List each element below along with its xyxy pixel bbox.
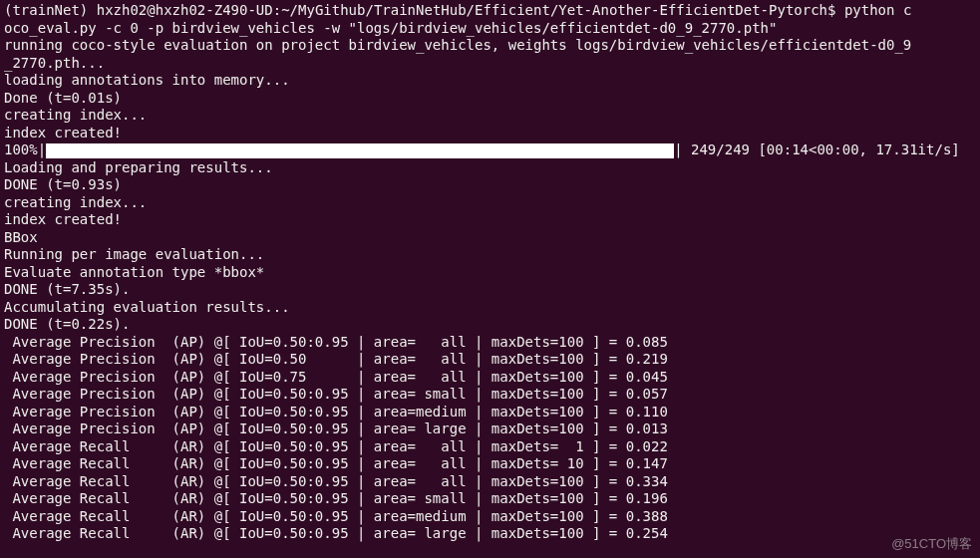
metric-line: Average Precision (AP) @[ IoU=0.50:0.95 … bbox=[4, 386, 976, 404]
cwd-path: :~/MyGithub/TrainNetHub/Efficient/Yet-An… bbox=[273, 2, 844, 18]
metric-line: Average Precision (AP) @[ IoU=0.50:0.95 … bbox=[4, 334, 976, 352]
output-line: DONE (t=0.93s) bbox=[4, 176, 976, 194]
metric-line: Average Precision (AP) @[ IoU=0.75 | are… bbox=[4, 369, 976, 387]
metric-line: Average Precision (AP) @[ IoU=0.50 | are… bbox=[4, 351, 976, 369]
watermark: @51CTO博客 bbox=[891, 536, 972, 552]
output-line: DONE (t=7.35s). bbox=[4, 281, 976, 299]
output-line: Evaluate annotation type *bbox* bbox=[4, 264, 976, 282]
output-line: DONE (t=0.22s). bbox=[4, 316, 976, 334]
metric-line: Average Recall (AR) @[ IoU=0.50:0.95 | a… bbox=[4, 490, 976, 508]
output-line: _2770.pth... bbox=[4, 55, 976, 73]
output-line: index created! bbox=[4, 125, 976, 142]
metric-line: Average Precision (AP) @[ IoU=0.50:0.95 … bbox=[4, 404, 976, 421]
user-host: hxzh02@hxzh02-Z490-UD bbox=[97, 2, 273, 18]
output-line: Running per image evaluation... bbox=[4, 246, 976, 264]
metric-line: Average Recall (AR) @[ IoU=0.50:0.95 | a… bbox=[4, 455, 976, 473]
prompt-line-1: (trainNet) hxzh02@hxzh02-Z490-UD:~/MyGit… bbox=[4, 2, 976, 20]
progress-prefix: 100%| bbox=[4, 141, 46, 157]
metric-line: Average Recall (AR) @[ IoU=0.50:0.95 | a… bbox=[4, 525, 976, 543]
progress-suffix: | 249/249 [00:14<00:00, 17.31it/s] bbox=[674, 141, 960, 157]
command-text-2: oco_eval.py -c 0 -p birdview_vehicles -w… bbox=[4, 20, 777, 36]
output-line: loading annotations into memory... bbox=[4, 72, 976, 90]
prompt-line-2: oco_eval.py -c 0 -p birdview_vehicles -w… bbox=[4, 20, 976, 38]
conda-env: (trainNet) bbox=[4, 2, 97, 18]
metric-line: Average Recall (AR) @[ IoU=0.50:0.95 | a… bbox=[4, 438, 976, 456]
output-line: Accumulating evaluation results... bbox=[4, 299, 976, 317]
output-line: running coco-style evaluation on project… bbox=[4, 37, 976, 55]
output-line: Loading and preparing results... bbox=[4, 159, 976, 177]
output-line: creating index... bbox=[4, 194, 976, 212]
output-line: index created! bbox=[4, 211, 976, 229]
output-line: Done (t=0.01s) bbox=[4, 90, 976, 108]
metric-line: Average Recall (AR) @[ IoU=0.50:0.95 | a… bbox=[4, 473, 976, 491]
progress-bar bbox=[46, 143, 674, 158]
metric-line: Average Recall (AR) @[ IoU=0.50:0.95 | a… bbox=[4, 508, 976, 526]
metric-line: Average Precision (AP) @[ IoU=0.50:0.95 … bbox=[4, 420, 976, 438]
progress-line: 100%|| 249/249 [00:14<00:00, 17.31it/s] bbox=[4, 141, 976, 159]
command-text-1: python c bbox=[844, 2, 911, 18]
output-line: creating index... bbox=[4, 107, 976, 125]
output-line: BBox bbox=[4, 229, 976, 247]
